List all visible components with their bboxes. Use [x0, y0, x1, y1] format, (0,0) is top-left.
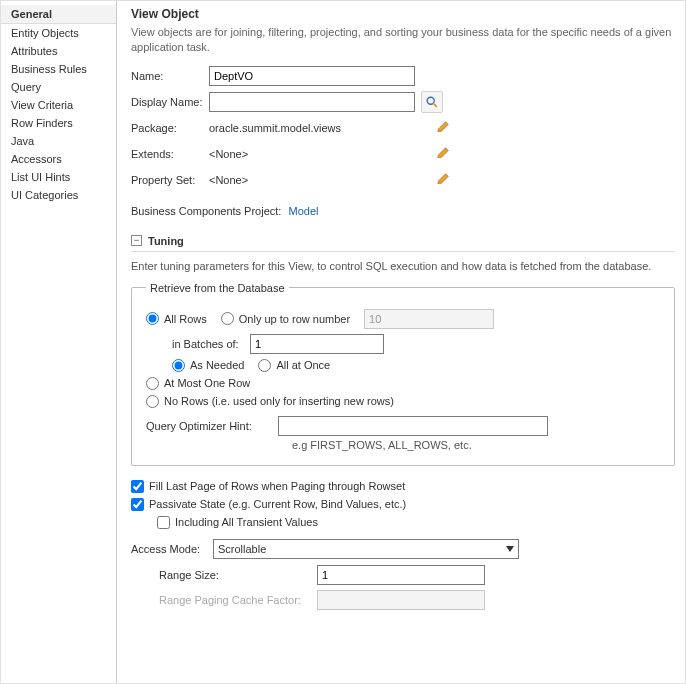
label-passivate: Passivate State (e.g. Current Row, Bind …: [149, 498, 406, 510]
sidebar-item-query[interactable]: Query: [1, 78, 116, 96]
sidebar-item-label: UI Categories: [11, 189, 78, 201]
sidebar-item-accessors[interactable]: Accessors: [1, 150, 116, 168]
sidebar-item-view-criteria[interactable]: View Criteria: [1, 96, 116, 114]
radio-all-at-once[interactable]: [258, 359, 271, 372]
sidebar-item-label: Query: [11, 81, 41, 93]
row-number-input: [364, 309, 494, 329]
range-size-input[interactable]: [317, 565, 485, 585]
biz-proj-link[interactable]: Model: [288, 205, 318, 217]
sidebar-item-label: Row Finders: [11, 117, 73, 129]
radio-only-upto[interactable]: [221, 312, 234, 325]
access-mode-value: Scrollable: [218, 543, 266, 555]
tuning-desc: Enter tuning parameters for this View, t…: [131, 260, 675, 272]
label-name: Name:: [131, 70, 209, 82]
row-rpcf: Range Paging Cache Factor:: [159, 590, 675, 610]
sidebar-item-row-finders[interactable]: Row Finders: [1, 114, 116, 132]
main-panel: View Object View objects are for joining…: [117, 1, 685, 683]
row-incl-transient: Including All Transient Values: [157, 516, 675, 529]
radio-no-rows[interactable]: [146, 395, 159, 408]
row-extends: Extends: <None>: [131, 143, 675, 165]
sidebar-item-general[interactable]: General: [1, 5, 116, 24]
label-in-batches: in Batches of:: [172, 338, 250, 350]
rpcf-input: [317, 590, 485, 610]
label-incl-transient: Including All Transient Values: [175, 516, 318, 528]
sidebar-item-entity-objects[interactable]: Entity Objects: [1, 24, 116, 42]
radio-all-rows[interactable]: [146, 312, 159, 325]
sidebar-item-attributes[interactable]: Attributes: [1, 42, 116, 60]
row-range-size: Range Size:: [159, 565, 675, 585]
row-biz-proj: Business Components Project: Model: [131, 205, 675, 217]
row-in-batches: in Batches of:: [172, 334, 660, 354]
label-biz-proj: Business Components Project:: [131, 205, 281, 217]
label-fill-last: Fill Last Page of Rows when Paging throu…: [149, 480, 405, 492]
label-display-name: Display Name:: [131, 96, 209, 108]
sidebar-item-label: View Criteria: [11, 99, 73, 111]
edit-extends-button[interactable]: [431, 146, 455, 162]
qoh-hint: e.g FIRST_ROWS, ALL_ROWS, etc.: [292, 439, 660, 451]
cb-passivate[interactable]: [131, 498, 144, 511]
sidebar-item-ui-categories[interactable]: UI Categories: [1, 186, 116, 204]
pencil-icon: [436, 146, 450, 160]
pencil-icon: [436, 172, 450, 186]
label-range-size: Range Size:: [159, 569, 317, 581]
label-no-rows: No Rows (i.e. used only for inserting ne…: [164, 395, 394, 407]
retrieve-group: Retrieve from the Database All Rows Only…: [131, 282, 675, 466]
edit-property-set-button[interactable]: [431, 172, 455, 188]
label-access-mode: Access Mode:: [131, 543, 213, 555]
label-rpcf: Range Paging Cache Factor:: [159, 594, 317, 606]
row-display-name: Display Name:: [131, 91, 675, 113]
row-name: Name:: [131, 65, 675, 87]
sidebar-item-label: Accessors: [11, 153, 62, 165]
retrieve-legend: Retrieve from the Database: [146, 282, 289, 294]
access-mode-select[interactable]: Scrollable: [213, 539, 519, 559]
sidebar-item-label: List UI Hints: [11, 171, 70, 183]
tuning-header: − Tuning: [131, 235, 675, 247]
label-only-upto: Only up to row number: [239, 313, 350, 325]
page-title: View Object: [131, 7, 675, 21]
window-root: General Entity Objects Attributes Busine…: [0, 0, 686, 684]
page-desc: View objects are for joining, filtering,…: [131, 25, 675, 55]
browse-display-name-button[interactable]: [421, 91, 443, 113]
sidebar-item-label: Business Rules: [11, 63, 87, 75]
row-passivate: Passivate State (e.g. Current Row, Bind …: [131, 498, 675, 511]
label-at-most-one: At Most One Row: [164, 377, 250, 389]
row-at-most-one: At Most One Row: [146, 377, 660, 390]
sidebar-item-business-rules[interactable]: Business Rules: [1, 60, 116, 78]
in-batches-input[interactable]: [250, 334, 384, 354]
sidebar-item-label: Entity Objects: [11, 27, 79, 39]
sidebar: General Entity Objects Attributes Busine…: [1, 1, 117, 683]
label-qoh: Query Optimizer Hint:: [146, 420, 278, 432]
row-package: Package: oracle.summit.model.views: [131, 117, 675, 139]
label-all-rows: All Rows: [164, 313, 207, 325]
label-package: Package:: [131, 122, 209, 134]
row-fetchmode: As Needed All at Once: [172, 359, 660, 372]
label-all-at-once: All at Once: [276, 359, 330, 371]
sidebar-item-list-ui-hints[interactable]: List UI Hints: [1, 168, 116, 186]
tuning-collapse-toggle[interactable]: −: [131, 235, 142, 246]
edit-package-button[interactable]: [431, 120, 455, 136]
package-value: oracle.summit.model.views: [209, 122, 415, 134]
search-icon: [425, 95, 439, 109]
label-extends: Extends:: [131, 148, 209, 160]
radio-as-needed[interactable]: [172, 359, 185, 372]
sidebar-item-java[interactable]: Java: [1, 132, 116, 150]
row-no-rows: No Rows (i.e. used only for inserting ne…: [146, 395, 660, 408]
chevron-down-icon: [506, 546, 514, 552]
row-fill-last: Fill Last Page of Rows when Paging throu…: [131, 480, 675, 493]
row-property-set: Property Set: <None>: [131, 169, 675, 191]
label-as-needed: As Needed: [190, 359, 244, 371]
sidebar-item-label: Java: [11, 135, 34, 147]
row-access-mode: Access Mode: Scrollable: [131, 539, 675, 559]
radio-at-most-one[interactable]: [146, 377, 159, 390]
property-set-value: <None>: [209, 174, 415, 186]
extends-value: <None>: [209, 148, 415, 160]
row-qoh: Query Optimizer Hint:: [146, 416, 660, 436]
cb-fill-last[interactable]: [131, 480, 144, 493]
qoh-input[interactable]: [278, 416, 548, 436]
separator: [131, 251, 675, 252]
cb-incl-transient[interactable]: [157, 516, 170, 529]
name-input[interactable]: [209, 66, 415, 86]
row-all-rows: All Rows Only up to row number: [146, 309, 660, 329]
label-property-set: Property Set:: [131, 174, 209, 186]
display-name-input[interactable]: [209, 92, 415, 112]
